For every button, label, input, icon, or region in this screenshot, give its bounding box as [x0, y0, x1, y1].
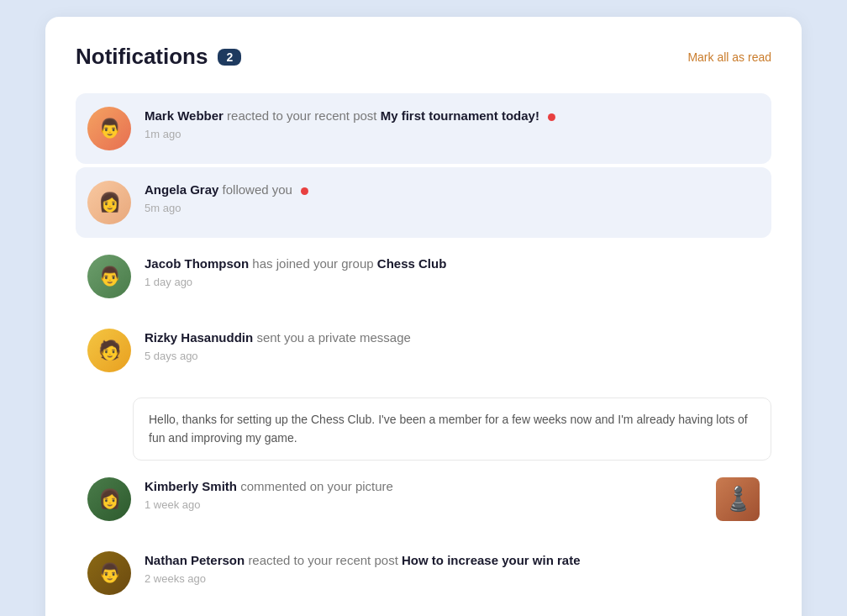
notif-time-notif-mark: 1m ago: [145, 128, 760, 140]
notif-action: sent you a private message: [256, 330, 410, 345]
notif-highlight: Chess Club: [377, 256, 447, 271]
notif-text-notif-kimberly: Kimberly Smith commented on your picture: [145, 477, 706, 495]
unread-indicator: [548, 113, 555, 121]
mark-all-read-button[interactable]: Mark all as read: [687, 50, 771, 64]
notif-content-notif-jacob: Jacob Thompson has joined your group Che…: [145, 255, 760, 288]
notif-action: reacted to your recent post: [227, 108, 376, 123]
notification-item-2[interactable]: 👩Angela Gray followed you 5m ago: [76, 167, 771, 238]
notif-content-notif-rizky: Rizky Hasanuddin sent you a private mess…: [145, 329, 760, 362]
notif-text-notif-angela: Angela Gray followed you: [145, 181, 760, 198]
notif-time-notif-kimberly: 1 week ago: [145, 498, 706, 511]
avatar-notif-kimberly: 👩: [87, 477, 131, 521]
notif-content-notif-mark: Mark Webber reacted to your recent post …: [145, 107, 760, 140]
notif-content-notif-kimberly: Kimberly Smith commented on your picture…: [145, 477, 706, 511]
avatar-notif-angela: 👩: [87, 181, 131, 224]
notif-content-notif-angela: Angela Gray followed you 5m ago: [145, 181, 760, 214]
avatar-notif-jacob: 👨: [87, 255, 131, 298]
notif-time-notif-rizky: 5 days ago: [145, 350, 760, 362]
panel-header: Notifications 2 Mark all as read: [76, 44, 771, 70]
notif-content-notif-nathan: Nathan Peterson reacted to your recent p…: [145, 551, 760, 585]
notification-item-6[interactable]: 👨Nathan Peterson reacted to your recent …: [76, 538, 771, 608]
notif-name: Rizky Hasanuddin: [145, 330, 253, 345]
avatar-notif-nathan: 👨: [87, 551, 131, 595]
avatar-notif-rizky: 🧑: [87, 329, 131, 372]
notif-time-notif-nathan: 2 weeks ago: [145, 572, 760, 585]
notif-action: has joined your group: [252, 256, 373, 271]
notif-text-notif-jacob: Jacob Thompson has joined your group Che…: [145, 255, 760, 272]
notif-text-notif-mark: Mark Webber reacted to your recent post …: [145, 107, 760, 124]
notification-item-5[interactable]: 👩Kimberly Smith commented on your pictur…: [76, 464, 771, 534]
notif-action: commented on your picture: [240, 479, 393, 493]
unread-indicator: [301, 187, 308, 195]
notif-text-notif-rizky: Rizky Hasanuddin sent you a private mess…: [145, 329, 760, 346]
notifications-panel: Notifications 2 Mark all as read 👨Mark W…: [45, 17, 802, 616]
notif-name: Kimberly Smith: [145, 479, 237, 493]
notif-name: Jacob Thompson: [145, 256, 249, 271]
notifications-list: 👨Mark Webber reacted to your recent post…: [76, 93, 771, 608]
message-bubble-notif-rizky: Hello, thanks for setting up the Chess C…: [133, 398, 771, 461]
notif-text-notif-nathan: Nathan Peterson reacted to your recent p…: [145, 551, 760, 569]
avatar-notif-mark: 👨: [87, 107, 131, 150]
notification-item-1[interactable]: 👨Mark Webber reacted to your recent post…: [76, 93, 771, 164]
header-left: Notifications 2: [76, 44, 241, 70]
notif-action: reacted to your recent post: [248, 553, 397, 567]
notif-name: Nathan Peterson: [145, 553, 245, 567]
notif-highlight: How to increase your win rate: [402, 553, 581, 567]
unread-badge: 2: [218, 49, 241, 66]
notif-time-notif-jacob: 1 day ago: [145, 276, 760, 288]
notif-name: Angela Gray: [145, 182, 218, 197]
notif-highlight: My first tournament today!: [381, 108, 539, 123]
notif-thumbnail-notif-kimberly: ♟️: [716, 477, 760, 521]
page-title: Notifications: [76, 44, 208, 70]
notification-item-4[interactable]: 🧑Rizky Hasanuddin sent you a private mes…: [76, 315, 771, 386]
notif-time-notif-angela: 5m ago: [145, 202, 760, 214]
notif-name: Mark Webber: [145, 108, 224, 123]
notif-action: followed you: [223, 182, 292, 197]
notification-item-3[interactable]: 👨Jacob Thompson has joined your group Ch…: [76, 241, 771, 312]
